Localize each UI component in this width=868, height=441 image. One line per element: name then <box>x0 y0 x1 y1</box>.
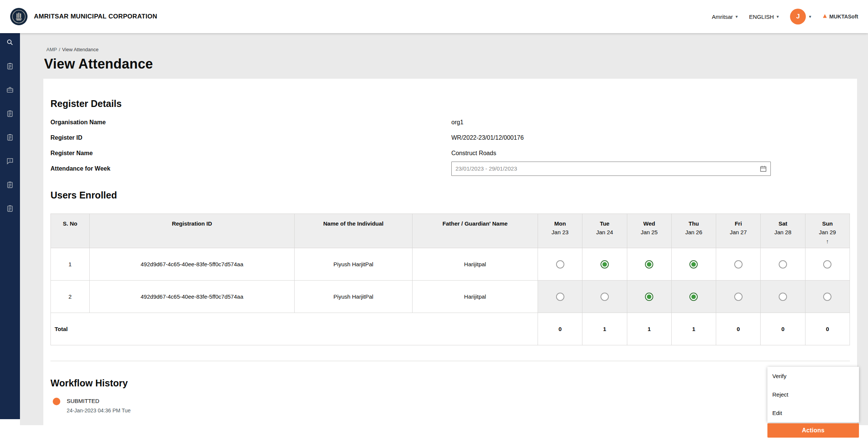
attendance-radio[interactable] <box>734 293 743 301</box>
sidebar-item-4[interactable] <box>6 110 14 117</box>
muktasoft-logo: MUKTASoft <box>822 14 858 20</box>
cell-father-name: Harijitpal <box>413 248 538 281</box>
clipboard-icon <box>6 181 14 189</box>
sidebar-item-3[interactable] <box>6 86 14 94</box>
main-content: AMP/View Attendance View Attendance Regi… <box>20 33 868 425</box>
sidebar-item-2[interactable] <box>6 62 14 70</box>
total-mon: 0 <box>538 313 582 345</box>
municipal-emblem-logo <box>10 8 28 26</box>
col-header-father-name: Father / Guardian' Name <box>413 214 538 248</box>
attendance-radio[interactable] <box>823 260 831 269</box>
col-header-sno: S. No <box>51 214 90 248</box>
muktasoft-logo-text: MUKTASoft <box>829 14 858 20</box>
actions-button[interactable]: Actions <box>767 423 859 438</box>
attendance-radio[interactable] <box>779 293 787 301</box>
col-header-fri[interactable]: Fri Jan 27 <box>716 214 761 248</box>
attendance-radio[interactable] <box>823 293 831 301</box>
breadcrumb: AMP/View Attendance <box>20 33 868 52</box>
attendance-week-input[interactable] <box>451 162 771 176</box>
cell-name: Piyush HarjitPal <box>295 281 413 313</box>
field-label: Organisation Name <box>50 119 451 126</box>
attendance-radio[interactable] <box>779 260 787 269</box>
org-name: AMRITSAR MUNICIPAL CORPORATION <box>34 13 157 20</box>
attendance-radio[interactable] <box>601 293 609 301</box>
cell-sno: 1 <box>51 248 90 281</box>
sidebar-item-5[interactable] <box>6 133 14 141</box>
avatar[interactable]: J <box>790 9 806 24</box>
sidebar-item-6[interactable] <box>6 157 14 165</box>
page-title: View Attendance <box>44 56 868 72</box>
attendance-radio[interactable] <box>689 293 698 301</box>
field-label: Register Name <box>50 150 451 157</box>
muktasoft-logo-icon <box>822 14 827 20</box>
col-header-sat[interactable]: Sat Jan 28 <box>761 214 805 248</box>
sidebar-item-8[interactable] <box>6 204 14 212</box>
col-header-name: Name of the Individual <box>295 214 413 248</box>
cell-father-name: Harijitpal <box>413 281 538 313</box>
total-label: Total <box>51 313 538 345</box>
field-register-id: Register ID WR/2022-23/01/12/000176 <box>50 130 850 145</box>
total-wed: 1 <box>627 313 671 345</box>
field-label: Attendance for Week <box>50 165 451 172</box>
sidebar-item-7[interactable] <box>6 181 14 189</box>
clipboard-icon <box>6 204 14 212</box>
col-header-wed[interactable]: Wed Jan 25 <box>627 214 671 248</box>
menu-item-verify[interactable]: Verify <box>767 367 859 385</box>
field-label: Register ID <box>50 134 451 141</box>
field-value: WR/2022-23/01/12/000176 <box>451 134 524 141</box>
menu-item-edit[interactable]: Edit <box>767 404 859 422</box>
sidebar <box>0 33 20 419</box>
chevron-down-icon: ▾ <box>809 14 811 19</box>
users-enrolled-heading: Users Enrolled <box>50 176 850 201</box>
workflow-status: SUBMITTED <box>67 398 131 404</box>
col-header-tue[interactable]: Tue Jan 24 <box>582 214 627 248</box>
city-selector-label: Amritsar <box>712 14 733 20</box>
attendance-radio[interactable] <box>689 260 698 269</box>
sidebar-item-search[interactable] <box>6 38 14 46</box>
breadcrumb-current: View Attendance <box>62 47 99 52</box>
language-selector-label: ENGLISH <box>749 14 774 20</box>
attendance-radio[interactable] <box>734 260 743 269</box>
breadcrumb-separator: / <box>59 47 60 52</box>
total-fri: 0 <box>716 313 761 345</box>
sort-up-icon[interactable]: ↑ <box>806 238 849 244</box>
table-header-row: S. No Registration ID Name of the Indivi… <box>51 214 850 248</box>
workflow-entry: SUBMITTED 24-Jan-2023 04:36 PM Tue <box>50 398 850 414</box>
user-menu[interactable]: J ▾ <box>790 9 811 24</box>
calendar-icon[interactable] <box>759 165 767 173</box>
attendance-radio[interactable] <box>645 260 653 269</box>
workflow-history-heading: Workflow History <box>50 361 850 389</box>
cell-sno: 2 <box>51 281 90 313</box>
cell-registration-id: 492d9d67-4c65-40ee-83fe-5ff0c7d574aa <box>90 248 295 281</box>
top-header: AMRITSAR MUNICIPAL CORPORATION Amritsar … <box>0 0 868 33</box>
attendance-radio[interactable] <box>645 293 653 301</box>
col-header-sun[interactable]: Sun Jan 29 ↑ <box>805 214 850 248</box>
col-header-registration-id: Registration ID <box>90 214 295 248</box>
field-organisation-name: Organisation Name org1 <box>50 114 850 130</box>
workflow-status-dot <box>53 398 60 405</box>
city-selector[interactable]: Amritsar ▾ <box>712 14 738 20</box>
attendance-radio[interactable] <box>556 260 564 269</box>
search-icon <box>6 38 14 46</box>
total-row: Total 0 1 1 1 0 0 0 <box>51 313 850 345</box>
feedback-icon <box>6 157 14 165</box>
total-thu: 1 <box>671 313 716 345</box>
cell-registration-id: 492d9d67-4c65-40ee-83fe-5ff0c7d574aa <box>90 281 295 313</box>
chevron-down-icon: ▾ <box>735 14 738 19</box>
field-attendance-week: Attendance for Week <box>50 161 850 176</box>
breadcrumb-amp[interactable]: AMP <box>46 47 57 52</box>
attendance-radio[interactable] <box>601 260 609 269</box>
attendance-radio[interactable] <box>556 293 564 301</box>
table-row: 2 492d9d67-4c65-40ee-83fe-5ff0c7d574aa P… <box>51 281 850 313</box>
menu-item-reject[interactable]: Reject <box>767 385 859 404</box>
col-header-thu[interactable]: Thu Jan 26 <box>671 214 716 248</box>
total-sun: 0 <box>805 313 850 345</box>
total-sat: 0 <box>761 313 805 345</box>
language-selector[interactable]: ENGLISH ▾ <box>749 14 779 20</box>
col-header-mon[interactable]: Mon Jan 23 <box>538 214 582 248</box>
workflow-timestamp: 24-Jan-2023 04:36 PM Tue <box>67 407 131 414</box>
cell-name: Piyush HarjitPal <box>295 248 413 281</box>
register-details-heading: Register Details <box>50 79 850 109</box>
total-tue: 1 <box>582 313 627 345</box>
chevron-down-icon: ▾ <box>776 14 779 19</box>
